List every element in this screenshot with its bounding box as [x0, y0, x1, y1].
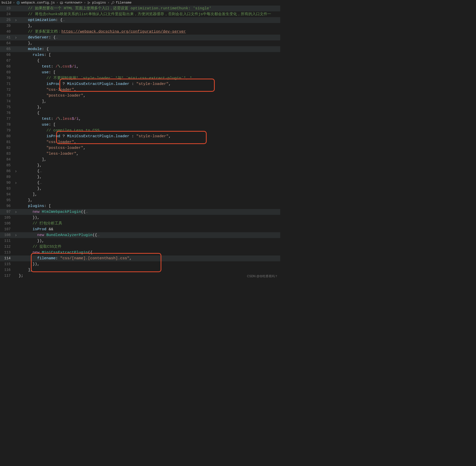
code-content[interactable]: // 提取CSS文件 — [19, 244, 280, 250]
code-line[interactable]: 70 // 不要同时使用* `style-loader` *与* `mini-c… — [0, 75, 280, 81]
crumb-build[interactable]: build — [2, 1, 11, 4]
code-content[interactable]: "less-loader", — [19, 151, 280, 157]
code-line[interactable]: 96 plugins: [ — [0, 203, 280, 209]
code-line[interactable]: 23 // 如果想要在一个 HTML 页面上使用多个入口，还需设置 optimi… — [0, 6, 280, 11]
crumb-file[interactable]: webpack.config.js — [16, 1, 55, 5]
line-number[interactable]: 74 — [0, 99, 13, 104]
line-number[interactable]: 82 — [0, 145, 13, 151]
fold-toggle[interactable] — [13, 221, 19, 226]
line-number[interactable]: 72 — [0, 87, 13, 93]
fold-toggle[interactable] — [13, 157, 19, 162]
fold-toggle[interactable] — [13, 261, 19, 267]
code-content[interactable]: "css-loader", — [19, 139, 280, 145]
code-line[interactable]: 66 rules: [ — [0, 52, 280, 58]
code-line[interactable]: 78 use: [ — [0, 122, 280, 128]
code-line[interactable]: 72 "css-loader", — [0, 87, 280, 93]
code-content[interactable]: }), — [19, 261, 280, 267]
chevron-right-icon[interactable] — [13, 35, 19, 40]
code-line[interactable]: 41 devServer: {… — [0, 35, 280, 40]
code-line[interactable]: 79 // compiles Less to CSS — [0, 128, 280, 133]
code-line[interactable]: 105 }), — [0, 215, 280, 221]
code-content[interactable]: new HtmlWebpackPlugin({… — [19, 209, 280, 215]
fold-toggle[interactable] — [13, 40, 19, 46]
code-content[interactable]: }, — [19, 23, 280, 29]
code-content[interactable]: // 更多配置文档：https://webpack.docschina.org/… — [19, 29, 280, 35]
code-line[interactable]: 25 optimization: {… — [0, 17, 280, 23]
fold-toggle[interactable] — [13, 203, 19, 209]
code-content[interactable]: use: [ — [19, 69, 280, 75]
fold-toggle[interactable] — [13, 116, 19, 122]
line-number[interactable]: 86 — [0, 168, 13, 174]
line-number[interactable]: 115 — [0, 261, 13, 267]
line-number[interactable]: 96 — [0, 203, 13, 209]
line-number[interactable]: 80 — [0, 133, 13, 139]
code-content[interactable]: }; — [19, 273, 280, 279]
fold-toggle[interactable] — [13, 192, 19, 197]
line-number[interactable]: 84 — [0, 157, 13, 162]
code-content[interactable]: "css-loader", — [19, 87, 280, 93]
line-number[interactable]: 108 — [0, 232, 13, 238]
code-line[interactable]: 71 isProd ? MiniCssExtractPlugin.loader … — [0, 81, 280, 87]
code-content[interactable]: { — [19, 58, 280, 64]
fold-toggle[interactable] — [13, 267, 19, 273]
line-number[interactable]: 77 — [0, 116, 13, 122]
code-line[interactable]: 95 }, — [0, 197, 280, 203]
fold-toggle[interactable] — [13, 104, 19, 110]
line-number[interactable]: 83 — [0, 151, 13, 157]
line-number[interactable]: 95 — [0, 197, 13, 203]
code-line[interactable]: 67 { — [0, 58, 280, 64]
line-number[interactable]: 73 — [0, 93, 13, 99]
line-number[interactable]: 105 — [0, 215, 13, 221]
code-content[interactable]: isProd ? MiniCssExtractPlugin.loader : "… — [19, 133, 280, 139]
fold-toggle[interactable] — [13, 186, 19, 192]
code-line[interactable]: 112 // 提取CSS文件 — [0, 244, 280, 250]
code-line[interactable]: 69 use: [ — [0, 69, 280, 75]
code-content[interactable]: test: /\.css$/i, — [19, 64, 280, 69]
fold-toggle[interactable] — [13, 69, 19, 75]
code-content[interactable]: filename: "css/[name].[contenthash].css"… — [19, 255, 280, 261]
code-content[interactable]: // 如果想要在一个 HTML 页面上使用多个入口，还需设置 optimizat… — [19, 6, 280, 11]
line-number[interactable]: 93 — [0, 186, 13, 192]
line-number[interactable]: 76 — [0, 110, 13, 116]
code-line[interactable]: 107 isProd && — [0, 226, 280, 232]
code-line[interactable]: 24 // 将包含chunks映射关系的list单独从入口文件里提取出来，方便浏… — [0, 11, 280, 17]
fold-toggle[interactable] — [13, 197, 19, 203]
fold-toggle[interactable] — [13, 93, 19, 99]
fold-toggle[interactable] — [13, 255, 19, 261]
fold-toggle[interactable] — [13, 215, 19, 221]
fold-toggle[interactable] — [13, 46, 19, 52]
code-content[interactable]: // 不要同时使用* `style-loader` *与* `mini-css-… — [19, 75, 280, 81]
code-content[interactable]: "postcss-loader", — [19, 93, 280, 99]
code-content[interactable]: }, — [19, 104, 280, 110]
code-content[interactable]: isProd && — [19, 226, 280, 232]
fold-toggle[interactable] — [13, 145, 19, 151]
crumb-plugins[interactable]: plugins — [87, 1, 106, 5]
fold-toggle[interactable] — [13, 273, 19, 279]
crumb-filename[interactable]: filename — [111, 1, 132, 5]
fold-toggle[interactable] — [13, 58, 19, 64]
fold-toggle[interactable] — [13, 99, 19, 104]
code-content[interactable]: "postcss-loader", — [19, 145, 280, 151]
line-number[interactable]: 89 — [0, 174, 13, 180]
line-number[interactable]: 116 — [0, 267, 13, 273]
line-number[interactable]: 78 — [0, 122, 13, 128]
code-line[interactable]: 82 "postcss-loader", — [0, 145, 280, 151]
code-line[interactable]: 80 isProd ? MiniCssExtractPlugin.loader … — [0, 133, 280, 139]
line-number[interactable]: 97 — [0, 209, 13, 215]
fold-toggle[interactable] — [13, 174, 19, 180]
code-line[interactable]: 81 "css-loader", — [0, 139, 280, 145]
code-content[interactable]: // compiles Less to CSS — [19, 128, 280, 133]
code-line[interactable]: 94 ], — [0, 192, 280, 197]
line-number[interactable]: 113 — [0, 250, 13, 255]
crumb-unknown[interactable]: {} <unknown> — [60, 1, 82, 5]
code-content[interactable]: { — [19, 110, 280, 116]
fold-toggle[interactable] — [13, 128, 19, 133]
line-number[interactable]: 114 — [0, 255, 13, 261]
chevron-right-icon[interactable] — [13, 209, 19, 215]
code-content[interactable]: ], — [19, 157, 280, 162]
code-line[interactable]: 115 }), — [0, 261, 280, 267]
code-editor[interactable]: 23 // 如果想要在一个 HTML 页面上使用多个入口，还需设置 optimi… — [0, 6, 280, 279]
code-content[interactable]: new MiniCssExtractPlugin({ — [19, 250, 280, 255]
line-number[interactable]: 39 — [0, 23, 13, 29]
line-number[interactable]: 24 — [0, 11, 13, 17]
